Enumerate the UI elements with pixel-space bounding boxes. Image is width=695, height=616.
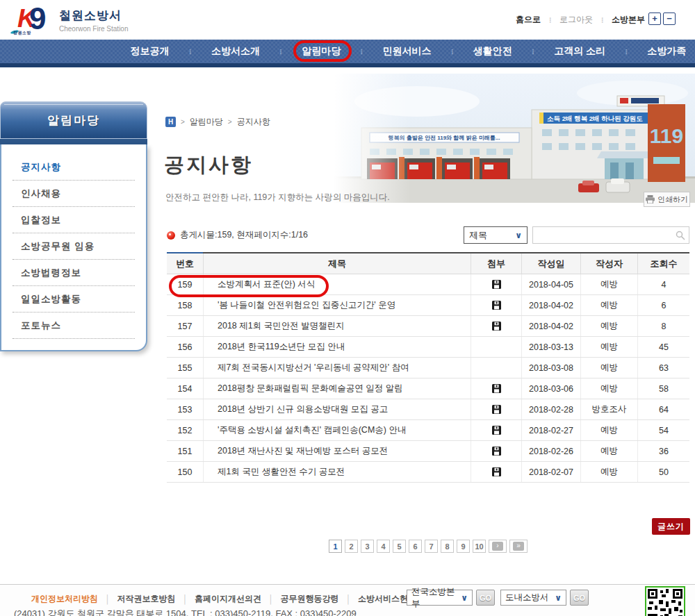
utility-separator: ⋮ [599, 17, 605, 24]
write-button[interactable]: 글쓰기 [652, 518, 690, 535]
sidebar-item[interactable]: 소방법령정보 [13, 260, 135, 286]
breadcrumb-level2[interactable]: 공지사항 [237, 116, 270, 128]
row-title-link[interactable]: 2018년 한국119소년단 모집 안내 [203, 337, 471, 357]
footer: 개인정보처리방침 │ 저작권보호방침 │ 홈페이지개선의견 │ 공무원행동강령 … [0, 584, 695, 616]
row-date: 2018-04-05 [521, 274, 580, 294]
page-number-button[interactable]: 6 [409, 540, 422, 553]
national-hq-select[interactable]: 전국소방본부 ∨ [407, 590, 473, 606]
footer-links: 개인정보처리방침 │ 저작권보호방침 │ 홈페이지개선의견 │ 공무원행동강령 … [31, 593, 469, 605]
chevron-down-icon: ∨ [515, 231, 522, 240]
attachment-disk-icon[interactable] [492, 447, 501, 456]
attachment-disk-icon[interactable] [492, 322, 501, 331]
nav-item[interactable]: 정보공개 [131, 45, 170, 58]
sidebar-item[interactable]: 일일소방활동 [13, 286, 135, 313]
go-button-local[interactable]: GO [570, 590, 589, 606]
row-number: 153 [167, 399, 203, 419]
row-title-link[interactable]: 소방계획서 표준(안) 서식 [203, 274, 471, 294]
utility-links: 홈으로 ⋮ 로그아웃 ⋮ 소방본부 ⋮ [516, 14, 645, 26]
attachment-disk-icon[interactable] [492, 405, 501, 414]
page-number-button[interactable]: 9 [457, 540, 470, 553]
banner-slogan-top: 소득 2배 행복 2배 하나된 강원도 [547, 115, 643, 122]
sidebar-item[interactable]: 인사채용 [13, 181, 135, 207]
logo-small-text: 강원소방 [13, 30, 31, 36]
footer-separator: │ [105, 594, 111, 604]
notice-table: 번호 제목 첨부 작성일 작성자 조회수 159 소방계획서 표준(안) 서식 [167, 252, 689, 483]
attachment-disk-icon[interactable] [492, 426, 501, 435]
nav-item[interactable]: 민원서비스 [383, 45, 432, 58]
row-views: 54 [637, 420, 689, 440]
next-page-button[interactable]: › [489, 540, 507, 553]
nav-item[interactable]: 소방서소개 [211, 45, 260, 58]
row-title-link[interactable]: '주택용 소방시설 설치촉진' 캠페인송(CM송) 안내 [203, 420, 471, 440]
sidebar-item[interactable]: 공지사항 [13, 154, 135, 181]
nav-item[interactable]: 고객의 소리 [554, 45, 605, 58]
row-author: 예방 [580, 441, 637, 461]
row-title-link[interactable]: '봄 나들이철 안전위험요인 집중신고기간' 운영 [203, 295, 471, 315]
row-views: 4 [637, 274, 689, 294]
search-icon[interactable] [676, 231, 685, 240]
banner-119-sign: 119 [650, 124, 683, 147]
font-decrease-button[interactable]: − [663, 13, 676, 25]
page-number-button[interactable]: 7 [425, 540, 438, 553]
page-number-button[interactable]: 10 [473, 540, 486, 553]
footer-link[interactable]: 홈페이지개선의견 [195, 593, 261, 605]
row-title-link[interactable]: 2018 제1회 국민안전 발명챌린지 [203, 316, 471, 336]
attachment-disk-icon[interactable] [492, 301, 501, 310]
footer-link[interactable]: 공무원행동강령 [281, 593, 339, 605]
row-number: 156 [167, 337, 203, 357]
nav-item[interactable]: 생활안전 [473, 45, 512, 58]
table-header-row: 번호 제목 첨부 작성일 작성자 조회수 [167, 253, 689, 274]
breadcrumb-home-icon[interactable]: H [165, 117, 176, 127]
nav-item[interactable]: 소방가족 [647, 45, 686, 58]
search-input[interactable] [536, 228, 671, 242]
table-row: 157 2018 제1회 국민안전 발명챌린지 2018-04-02 [167, 316, 689, 337]
page-number-button[interactable]: 4 [377, 540, 390, 553]
sidebar-item[interactable]: 포토뉴스 [13, 313, 135, 339]
arrow-right-icon: › [492, 542, 503, 551]
row-views: 63 [637, 358, 689, 378]
page-number-button[interactable]: 3 [361, 540, 374, 553]
utility-link[interactable]: 홈으로 [516, 14, 541, 26]
page-subtitle: 안전하고 편안한 나라, 119가 지향하는 사랑의 마음입니다. [165, 192, 390, 203]
sidebar: 알림마당 공지사항 인사채용 입찰정보 소방공무원 임용 소방법령정보 일일소방… [0, 101, 147, 351]
row-title-link[interactable]: 2018년 상반기 신규 의용소방대원 모집 공고 [203, 399, 471, 419]
logo-9: 9 [29, 1, 46, 36]
nav-separator: ⋮ [623, 48, 630, 56]
breadcrumb-level1[interactable]: 알림마당 [190, 116, 223, 128]
print-button[interactable]: 인쇄하기 [644, 192, 690, 207]
page-number-button[interactable]: 8 [441, 540, 454, 553]
breadcrumb-separator: > [181, 118, 185, 126]
board-summary: 총게시물:159, 현재페이지수:1/16 [167, 229, 308, 241]
footer-link[interactable]: 저작권보호방침 [117, 593, 176, 605]
row-title-link[interactable]: 2018년 재난사진 및 재난예방 포스터 공모전 [203, 441, 471, 461]
search-category-select[interactable]: 제목 ∨ [464, 226, 528, 244]
font-increase-button[interactable]: + [648, 13, 661, 25]
row-title-link[interactable]: 제1회 국민 생활안전 수기 공모전 [203, 462, 471, 482]
table-row: 155 제7회 전국동시지방선거 '우리동네 공약제안' 참여 20 [167, 358, 689, 378]
nav-separator: ⋮ [277, 48, 284, 56]
utility-link[interactable]: 소방본부 [612, 14, 645, 26]
footer-link[interactable]: 개인정보처리방침 [31, 593, 98, 605]
nav-item[interactable]: 알림마당 [302, 45, 341, 58]
row-number: 154 [167, 378, 203, 399]
row-title-link[interactable]: 2018평창 문화패럴림픽 문화예술공연 일정 알림 [203, 378, 471, 399]
nav-separator: ⋮ [187, 48, 194, 56]
page-number-button[interactable]: 1 [329, 540, 342, 553]
go-button-hq[interactable]: GO [476, 590, 495, 606]
row-title-link[interactable]: 제7회 전국동시지방선거 '우리동네 공약제안' 참여 [203, 358, 471, 378]
top-header: K 9 강원소방 철원소방서 Cheorwon Fire Station 홈으로… [0, 0, 695, 40]
site-logo[interactable]: K 9 강원소방 철원소방서 Cheorwon Fire Station [17, 6, 129, 35]
local-station-select[interactable]: 도내소방서 ∨ [500, 590, 566, 606]
row-date: 2018-02-07 [521, 462, 580, 482]
page-number-button[interactable]: 2 [345, 540, 358, 553]
utility-link[interactable]: 로그아웃 [559, 14, 593, 26]
sidebar-item[interactable]: 소방공무원 임용 [13, 233, 135, 260]
last-page-button[interactable]: » [509, 540, 528, 553]
header-author: 작성자 [580, 253, 637, 274]
attachment-disk-icon[interactable] [492, 467, 501, 476]
page-number-button[interactable]: 5 [393, 540, 406, 553]
attachment-disk-icon[interactable] [492, 384, 501, 393]
header-no: 번호 [167, 253, 203, 274]
attachment-disk-icon[interactable] [492, 280, 501, 289]
sidebar-item[interactable]: 입찰정보 [13, 207, 135, 233]
